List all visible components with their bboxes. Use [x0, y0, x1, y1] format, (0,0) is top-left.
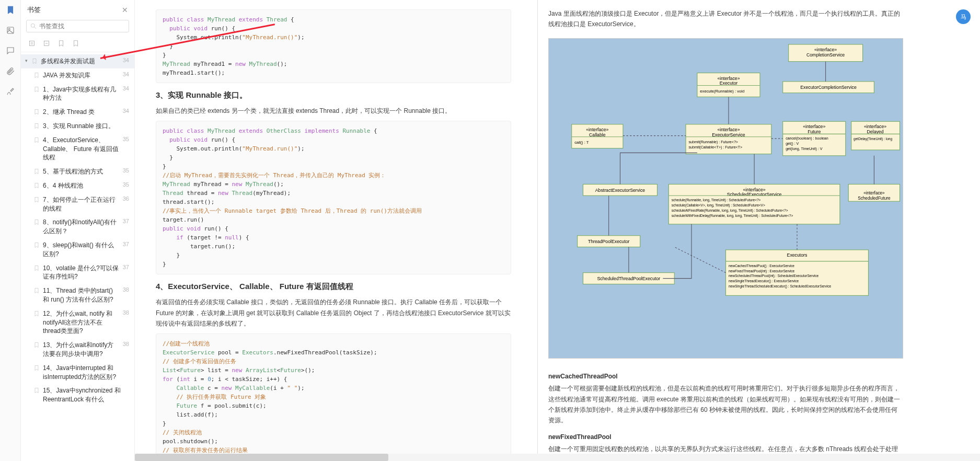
pool-heading: newFixedThreadPool [548, 433, 903, 441]
bookmark-item[interactable]: 7、如何停止一个正在运行的线程36 [21, 193, 134, 216]
bookmark-item-icon [33, 219, 40, 225]
bookmark-label: 13、为什么wait和notify方法要在同步块中调用? [43, 341, 120, 359]
bookmark-item[interactable]: JAVA 并发知识库34 [21, 68, 134, 83]
bookmark-item[interactable]: 3、实现 Runnable 接口。 [21, 119, 134, 133]
paragraph: 有返回值的任务必须实现 Callable 接口，类似的，无返回值的任务必须 Ru… [156, 297, 511, 329]
bookmark-page: 34 [123, 71, 129, 77]
bookmark-item-icon [33, 168, 40, 175]
bookmark-page: 34 [123, 108, 129, 114]
bookmark-item-icon [33, 109, 40, 115]
document-content: public class MyThread extends Thread { p… [135, 0, 980, 461]
bookmark-page: 37 [123, 218, 129, 224]
bookmark-item[interactable]: 1、Java中实现多线程有几种方法34 [21, 83, 134, 106]
bookmark-outline-icon[interactable] [72, 40, 79, 49]
bookmark-item-icon [33, 287, 40, 294]
bookmark-item[interactable]: 6、4 种线程池35 [21, 179, 134, 193]
search-input[interactable] [39, 22, 125, 30]
bookmark-page: 35 [123, 167, 129, 174]
bookmark-item[interactable]: 13、为什么wait和notify方法要在同步块中调用?38 [21, 338, 134, 361]
bookmark-label: 15、Java中synchronized 和 ReentrantLock 有什么 [43, 386, 126, 404]
bookmark-label: 14、Java中interrupted 和 isInterruptedd方法的区… [43, 364, 126, 382]
bookmark-item[interactable]: 10、volatile 是什么?可以保证有序性吗?37 [21, 261, 134, 284]
code-block-3: //创建一个线程池 ExecutorService pool = Executo… [156, 333, 511, 461]
bookmark-label: 10、volatile 是什么?可以保证有序性吗? [43, 264, 120, 282]
add-bookmark-icon[interactable] [57, 40, 65, 49]
bookmark-item-icon [33, 310, 40, 317]
bookmark-label: 4、ExecutorService、 Callable、 Future 有返回值… [43, 136, 120, 162]
search-icon [30, 22, 37, 30]
bookmark-page: 38 [123, 286, 129, 293]
close-icon[interactable]: ✕ [122, 6, 128, 14]
uml-diagram: «interface»CompletionService «interface»… [548, 38, 903, 359]
svg-point-2 [31, 24, 34, 27]
bookmark-item-icon [33, 72, 40, 78]
bookmark-label: 11、Thread 类中的start() 和 run() 方法有什么区别? [43, 286, 120, 304]
bookmark-list: ▾ 多线程&并发面试题 34 JAVA 并发知识库341、Java中实现多线程有… [21, 52, 134, 461]
bookmark-item-icon [33, 265, 40, 271]
chevron-down-icon[interactable]: ▾ [25, 58, 30, 63]
svg-text:ExecutorCompletionService: ExecutorCompletionService [800, 85, 857, 90]
bookmark-item[interactable]: 11、Thread 类中的start() 和 run() 方法有什么区别?38 [21, 284, 134, 307]
svg-text:«interface»Delayed: «interface»Delayed [864, 124, 886, 134]
bookmark-toolbar [21, 37, 134, 52]
bookmark-page: 38 [123, 341, 129, 347]
heading-executor: 4、ExecutorService、 Callable、 Future 有返回值… [156, 282, 511, 292]
collapse-icon[interactable] [43, 40, 50, 49]
sign-icon[interactable] [6, 87, 15, 98]
bookmark-item-icon [33, 123, 40, 129]
bookmark-label: 7、如何停止一个正在运行的线程 [43, 195, 120, 213]
bookmark-label: 3、实现 Runnable 接口。 [43, 122, 126, 131]
bookmark-label: 多线程&并发面试题 [41, 57, 120, 66]
code-block-1: public class MyThread extends Thread { p… [156, 9, 511, 83]
bookmark-item-icon [33, 197, 40, 203]
bookmark-item-icon [33, 342, 40, 348]
bookmark-item-icon [33, 387, 40, 394]
svg-point-1 [8, 28, 10, 30]
bookmark-item[interactable]: 4、ExecutorService、 Callable、 Future 有返回值… [21, 133, 134, 165]
bookmark-item[interactable]: 14、Java中interrupted 和 isInterruptedd方法的区… [21, 361, 134, 384]
svg-rect-3 [29, 41, 34, 45]
svg-text:call() : T: call() : T [574, 140, 589, 145]
comment-icon[interactable] [6, 46, 15, 57]
bookmark-page: 38 [123, 309, 129, 316]
svg-text:Executors: Executors [787, 252, 808, 258]
bookmark-item[interactable]: 12、为什么wait, notify 和notifyAll这些方法不在threa… [21, 307, 134, 338]
bookmark-icon[interactable] [6, 5, 15, 16]
svg-text:submit(Runnable) : Future<?>su: submit(Runnable) : Future<?>submit(Calla… [689, 140, 743, 149]
page-left: public class MyThread extends Thread { p… [145, 0, 522, 461]
bookmark-item[interactable]: 9、sleep()和wait() 有什么区别?37 [21, 238, 134, 261]
bookmark-item[interactable]: 2、继承 Thread 类34 [21, 105, 134, 119]
bookmark-label: 12、为什么wait, notify 和notifyAll这些方法不在threa… [43, 309, 120, 336]
code-block-2: public class MyThread extends OtherClass… [156, 121, 511, 275]
attachment-icon[interactable] [6, 66, 15, 77]
horizontal-scrollbar[interactable] [135, 454, 980, 461]
paragraph: 如果自己的类已经 extends 另一个类，就无法直接 extends Thre… [156, 106, 511, 116]
svg-text:«interface»Executor: «interface»Executor [717, 75, 740, 86]
bookmark-item-icon [33, 365, 40, 371]
avatar[interactable]: 马 [956, 9, 971, 24]
bookmark-page: 35 [123, 181, 129, 188]
bookmark-item-icon [33, 182, 40, 189]
bookmark-page: 34 [123, 85, 129, 91]
sidebar-title: 书签 [27, 5, 41, 15]
bookmark-item-icon [33, 242, 40, 248]
bookmark-page: 37 [123, 264, 129, 270]
svg-text:«interface»Callable: «interface»Callable [586, 127, 608, 137]
bookmark-item[interactable]: 15、Java中synchronized 和 ReentrantLock 有什么 [21, 384, 134, 407]
bookmark-page: 36 [123, 195, 129, 202]
bookmark-root[interactable]: ▾ 多线程&并发面试题 34 [21, 54, 134, 68]
svg-text:getDelay(TimeUnit) : long: getDelay(TimeUnit) : long [854, 137, 892, 141]
page-right: Java 里面线程池的顶级接口是 Executor，但是严格意义上讲 Execu… [537, 0, 914, 461]
bookmark-label: 1、Java中实现多线程有几种方法 [43, 85, 120, 103]
thumbnails-icon[interactable] [6, 26, 15, 37]
heading-runnable: 3、实现 Runnable 接口。 [156, 90, 511, 100]
bookmark-item[interactable]: 8、notify()和notifyAll()有什么区别？37 [21, 215, 134, 238]
bookmark-label: 5、基于线程池的方式 [43, 167, 120, 176]
bookmark-item[interactable]: 5、基于线程池的方式35 [21, 165, 134, 179]
bookmark-item-icon [33, 86, 40, 93]
search-box[interactable] [26, 20, 129, 32]
bookmark-label: 6、4 种线程池 [43, 181, 120, 190]
bookmark-page: 37 [123, 241, 129, 247]
bookmark-label: 8、notify()和notifyAll()有什么区别？ [43, 218, 120, 236]
expand-icon[interactable] [28, 40, 36, 49]
